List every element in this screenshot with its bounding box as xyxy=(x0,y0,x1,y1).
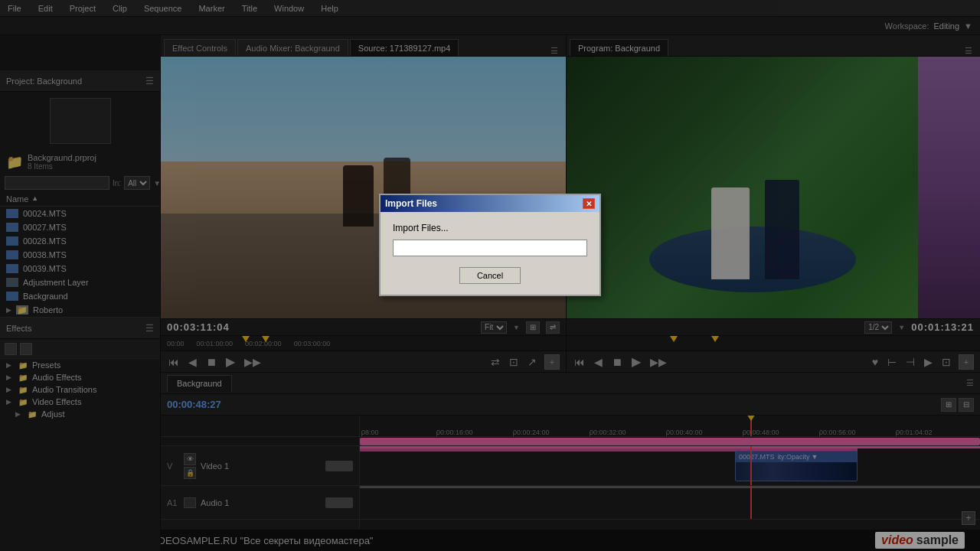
dialog-body: Import Files... Cancel xyxy=(381,212,599,295)
dialog-close-button[interactable]: ✕ xyxy=(583,198,595,209)
import-files-dialog: Import Files ✕ Import Files... Cancel xyxy=(379,194,601,296)
dialog-title: Import Files xyxy=(385,198,583,209)
cancel-button[interactable]: Cancel xyxy=(459,267,521,284)
modal-overlay: Import Files ✕ Import Files... Cancel xyxy=(0,0,980,551)
import-label: Import Files... xyxy=(393,223,587,233)
dialog-titlebar: Import Files ✕ xyxy=(381,195,599,212)
dialog-buttons: Cancel xyxy=(393,267,587,284)
import-file-input[interactable] xyxy=(393,240,587,256)
